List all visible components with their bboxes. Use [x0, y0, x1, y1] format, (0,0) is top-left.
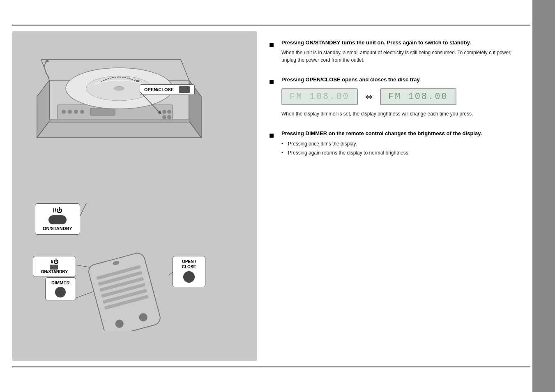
bottom-rule	[12, 367, 530, 367]
power-symbol: I/⏻	[42, 207, 73, 214]
section-1: ■ Pressing ON/STANDBY turns the unit on.…	[269, 39, 524, 64]
remote-power-symbol: I/⏻	[37, 259, 71, 265]
section-2-content: Pressing OPEN/CLOSE opens and closes the…	[281, 76, 524, 118]
svg-rect-14	[49, 119, 189, 122]
section-1-bullet: ■	[269, 40, 277, 49]
oval-button	[48, 215, 67, 224]
section-1-text: When the unit is in standby, a small amo…	[281, 49, 524, 64]
section-2-title: Pressing OPEN/CLOSE opens and closes the…	[281, 76, 524, 83]
remote-on-standby-label: ON/STANDBY	[41, 270, 68, 274]
open-close-button-indicator	[179, 86, 190, 93]
remote-standby-btn-indicator	[50, 265, 58, 270]
left-illustration-panel: OPEN/CLOSE I/⏻ ON/STANDBY	[12, 31, 257, 361]
section-3-title: Pressing DIMMER on the remote control ch…	[281, 130, 524, 137]
dimmer-button	[55, 287, 66, 297]
svg-rect-9	[90, 108, 115, 115]
double-arrow-symbol: ⇔	[365, 92, 373, 102]
svg-point-11	[167, 110, 171, 114]
bullet-item-1: Pressing once dims the display.	[281, 140, 524, 148]
right-content-panel: ■ Pressing ON/STANDBY turns the unit on.…	[265, 31, 528, 361]
svg-point-7	[74, 110, 78, 114]
lcd-display-dim: FM 108.00	[281, 88, 358, 105]
right-sidebar	[532, 0, 555, 392]
svg-point-8	[80, 110, 84, 114]
dimmer-box: DIMMER	[45, 277, 76, 300]
section-1-title: Pressing ON/STANDBY turns the unit on. P…	[281, 39, 524, 46]
open-close-device-label: OPEN/CLOSE	[140, 84, 195, 95]
top-rule	[12, 25, 530, 25]
svg-point-5	[62, 110, 66, 114]
svg-point-18	[114, 86, 124, 90]
svg-point-6	[68, 110, 72, 114]
remote-open-close-box: OPEN /CLOSE	[173, 256, 205, 287]
section-3: ■ Pressing DIMMER on the remote control …	[269, 130, 524, 158]
dimmer-label: DIMMER	[51, 280, 70, 285]
section-2: ■ Pressing OPEN/CLOSE opens and closes t…	[269, 76, 524, 118]
svg-point-13	[167, 115, 171, 119]
svg-point-12	[162, 115, 166, 119]
cd-player-illustration	[29, 39, 218, 179]
remote-on-standby-box: I/⏻ ON/STANDBY	[33, 256, 76, 277]
remote-open-close-label: OPEN /CLOSE	[177, 259, 201, 270]
section-3-content: Pressing DIMMER on the remote control ch…	[281, 130, 524, 158]
svg-marker-0	[37, 121, 201, 138]
section-1-content: Pressing ON/STANDBY turns the unit on. P…	[281, 39, 524, 64]
open-close-text: OPEN/CLOSE	[144, 87, 174, 92]
section-2-text: When the display dimmer is set, the disp…	[281, 110, 524, 118]
display-comparison-row: FM 108.00 ⇔ FM 108.00	[281, 88, 524, 105]
svg-point-10	[162, 110, 166, 114]
bullet-item-2: Pressing again returns the display to no…	[281, 149, 524, 157]
on-standby-box: I/⏻ ON/STANDBY	[35, 203, 80, 235]
section-3-bullet-list: Pressing once dims the display. Pressing…	[281, 140, 524, 157]
section-3-bullet: ■	[269, 131, 277, 140]
lcd-display-bright: FM 108.00	[380, 88, 456, 105]
remote-open-close-button	[183, 271, 195, 283]
section-2-bullet: ■	[269, 77, 277, 86]
on-standby-label: ON/STANDBY	[43, 226, 72, 231]
